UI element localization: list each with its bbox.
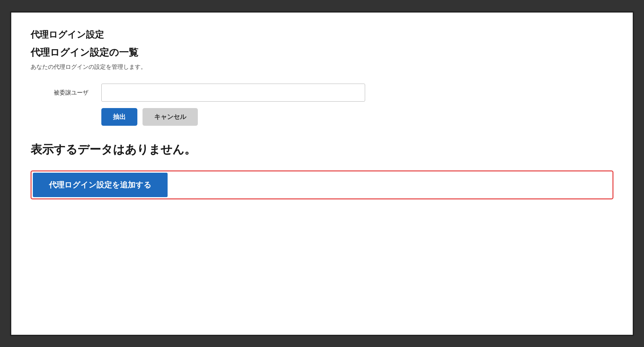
user-field-row: 被委譲ユーザ [31,84,613,102]
add-button-highlight: 代理ログイン設定を追加する [31,170,613,199]
delegated-user-input[interactable] [101,84,365,102]
main-window: 代理ログイン設定 代理ログイン設定の一覧 あなたの代理ログインの設定を管理します… [10,11,634,336]
section-title: 代理ログイン設定の一覧 [31,46,613,59]
search-form: 被委譲ユーザ 抽出 キャンセル [31,84,613,126]
user-field-label: 被委譲ユーザ [31,89,88,96]
no-data-message: 表示するデータはありません。 [31,142,613,158]
extract-button[interactable]: 抽出 [101,108,137,126]
form-buttons: 抽出 キャンセル [101,108,613,126]
cancel-button[interactable]: キャンセル [143,108,198,126]
page-title: 代理ログイン設定 [31,29,613,41]
description-text: あなたの代理ログインの設定を管理します。 [31,63,613,71]
add-proxy-login-button[interactable]: 代理ログイン設定を追加する [33,173,168,197]
